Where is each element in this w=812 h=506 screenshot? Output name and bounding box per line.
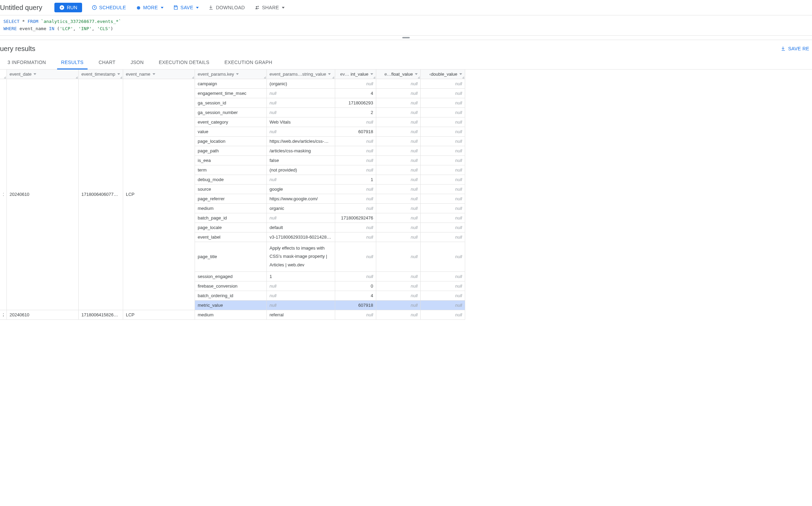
col-float-value[interactable]: e…float_value (376, 69, 421, 79)
cell-float-value[interactable]: null (376, 272, 421, 281)
cell-key[interactable]: engagement_time_msec (195, 89, 267, 98)
cell-int-value[interactable]: null (335, 310, 376, 320)
cell-string-value[interactable]: (not provided) (267, 165, 335, 175)
cell-string-value[interactable]: false (267, 156, 335, 165)
cell-key[interactable]: campaign (195, 79, 267, 89)
cell-string-value[interactable]: null (267, 175, 335, 185)
cell-float-value[interactable]: null (376, 301, 421, 310)
cell-key[interactable]: ga_session_id (195, 98, 267, 108)
cell-float-value[interactable]: null (376, 232, 421, 242)
resize-handle-icon[interactable] (331, 75, 335, 79)
cell-event-name[interactable]: LCP (123, 79, 195, 310)
resize-handle-icon[interactable] (74, 75, 78, 79)
cell-float-value[interactable]: null (376, 146, 421, 156)
sql-editor[interactable]: SELECT * FROM `analytics_337268677.event… (0, 15, 812, 36)
cell-int-value[interactable]: null (335, 242, 376, 272)
run-button[interactable]: RUN (54, 3, 82, 12)
cell-float-value[interactable]: null (376, 213, 421, 223)
cell-event-date[interactable]: 20240610 (7, 310, 79, 320)
cell-int-value[interactable]: null (335, 204, 376, 213)
cell-event-name[interactable]: LCP (123, 310, 195, 320)
tab-chart[interactable]: CHART (91, 55, 123, 69)
schedule-button[interactable]: SCHEDULE (92, 5, 126, 10)
col-double-value[interactable]: ‹double_value (421, 69, 465, 79)
tab-json[interactable]: JSON (123, 55, 152, 69)
cell-int-value[interactable]: null (335, 156, 376, 165)
resize-handle-icon[interactable] (262, 75, 266, 79)
download-button[interactable]: DOWNLOAD (208, 5, 245, 10)
cell-key[interactable]: metric_value (195, 301, 267, 310)
cell-int-value[interactable]: null (335, 117, 376, 127)
cell-float-value[interactable]: null (376, 291, 421, 301)
cell-string-value[interactable]: default (267, 223, 335, 232)
cell-int-value[interactable]: 2 (335, 108, 376, 117)
cell-float-value[interactable]: null (376, 89, 421, 98)
cell-key[interactable]: page_path (195, 146, 267, 156)
cell-key[interactable]: page_title (195, 242, 267, 272)
tab-execution-graph[interactable]: EXECUTION GRAPH (217, 55, 280, 69)
cell-double-value[interactable]: null (421, 272, 465, 281)
cell-float-value[interactable]: null (376, 98, 421, 108)
cell-string-value[interactable]: null (267, 108, 335, 117)
col-event-timestamp[interactable]: event_timestamp (79, 69, 123, 79)
cell-int-value[interactable]: 4 (335, 291, 376, 301)
cell-float-value[interactable]: null (376, 204, 421, 213)
cell-float-value[interactable]: null (376, 79, 421, 89)
resize-handle-icon[interactable] (2, 75, 6, 79)
resize-handle-icon[interactable] (416, 75, 420, 79)
cell-event-timestamp[interactable]: 1718006415826… (79, 310, 123, 320)
tab-job-information[interactable]: 3 INFORMATION (0, 55, 54, 69)
cell-event-date[interactable]: 20240610 (7, 79, 79, 310)
cell-key[interactable]: page_location (195, 137, 267, 146)
cell-double-value[interactable]: null (421, 204, 465, 213)
cell-string-value[interactable]: null (267, 301, 335, 310)
cell-string-value[interactable]: Web Vitals (267, 117, 335, 127)
cell-string-value[interactable]: null (267, 98, 335, 108)
cell-int-value[interactable]: null (335, 185, 376, 194)
col-rownum[interactable] (0, 69, 7, 79)
cell-int-value[interactable]: null (335, 194, 376, 204)
cell-string-value[interactable]: google (267, 185, 335, 194)
cell-int-value[interactable]: 1718006293 (335, 98, 376, 108)
cell-key[interactable]: source (195, 185, 267, 194)
save-results-button[interactable]: SAVE RE (781, 46, 809, 51)
cell-key[interactable]: batch_ordering_id (195, 291, 267, 301)
cell-int-value[interactable]: null (335, 79, 376, 89)
share-button[interactable]: SHARE (254, 5, 285, 10)
cell-key[interactable]: event_label (195, 232, 267, 242)
col-int-value[interactable]: ev… int_value (335, 69, 376, 79)
cell-key[interactable]: medium (195, 204, 267, 213)
col-string-value[interactable]: event_params…string_value (267, 69, 335, 79)
cell-key[interactable]: ga_session_number (195, 108, 267, 117)
cell-double-value[interactable]: null (421, 165, 465, 175)
cell-int-value[interactable]: null (335, 272, 376, 281)
cell-int-value[interactable]: 4 (335, 89, 376, 98)
cell-double-value[interactable]: null (421, 223, 465, 232)
cell-string-value[interactable]: https://www.google.com/ (267, 194, 335, 204)
cell-float-value[interactable]: null (376, 223, 421, 232)
resize-handle[interactable] (0, 36, 812, 40)
cell-double-value[interactable]: null (421, 281, 465, 291)
cell-int-value[interactable]: 607918 (335, 127, 376, 137)
tab-results[interactable]: RESULTS (54, 55, 91, 69)
cell-string-value[interactable]: null (267, 281, 335, 291)
cell-int-value[interactable]: 1 (335, 175, 376, 185)
col-event-date[interactable]: event_date (7, 69, 79, 79)
cell-float-value[interactable]: null (376, 281, 421, 291)
cell-key[interactable]: event_category (195, 117, 267, 127)
cell-double-value[interactable]: null (421, 137, 465, 146)
cell-float-value[interactable]: null (376, 194, 421, 204)
cell-float-value[interactable]: null (376, 137, 421, 146)
cell-key[interactable]: batch_page_id (195, 213, 267, 223)
cell-double-value[interactable]: null (421, 301, 465, 310)
cell-double-value[interactable]: null (421, 79, 465, 89)
cell-double-value[interactable]: null (421, 310, 465, 320)
cell-key[interactable]: firebase_conversion (195, 281, 267, 291)
cell-key[interactable]: debug_mode (195, 175, 267, 185)
cell-float-value[interactable]: null (376, 117, 421, 127)
cell-key[interactable]: term (195, 165, 267, 175)
cell-double-value[interactable]: null (421, 127, 465, 137)
cell-float-value[interactable]: null (376, 127, 421, 137)
col-event-params-key[interactable]: event_params.key (195, 69, 267, 79)
cell-double-value[interactable]: null (421, 232, 465, 242)
